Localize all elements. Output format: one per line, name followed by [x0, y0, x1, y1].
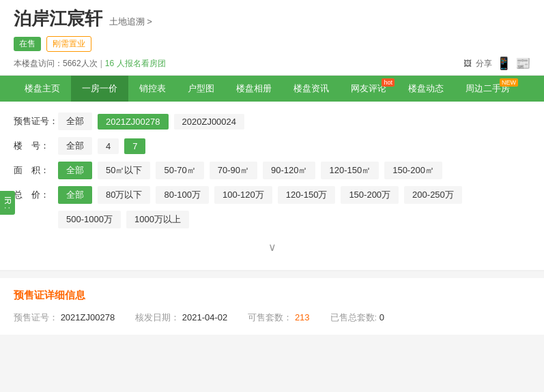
wechat-icon[interactable]: 📱: [496, 56, 511, 71]
price-extra-1[interactable]: 1000万以上: [126, 211, 189, 228]
area-option-2[interactable]: 70-90㎡: [210, 162, 257, 179]
detail-title: 预售证详细信息: [14, 289, 530, 302]
top-bar: 泊岸江宸轩 土地追溯 > 在售 刚需置业 本楼盘访问：5662人次 | 16 人…: [0, 0, 544, 76]
presale-option-0[interactable]: 2021ZJ00278: [98, 114, 169, 130]
land-link[interactable]: 土地追溯 >: [109, 16, 152, 27]
share-area: 🖼 分享 📱 📰: [463, 56, 530, 71]
detail-section: 预售证详细信息 预售证号： 2021ZJ00278 核发日期： 2021-04-…: [0, 278, 544, 335]
new-badge: NEW: [500, 78, 518, 87]
nav-dynamics[interactable]: 楼盘动态: [397, 76, 455, 102]
visit-info: 本楼盘访问：5662人次 | 16 人报名看房团 🖼 分享 📱 📰: [14, 56, 530, 71]
building-all-btn[interactable]: 全部: [58, 137, 92, 155]
property-title: 泊岸江宸轩: [14, 8, 102, 29]
price-option-5[interactable]: 200-250万: [404, 186, 462, 204]
price-extra-row: 500-1000万 1000万以上: [14, 211, 530, 228]
area-option-1[interactable]: 50-70㎡: [156, 162, 203, 179]
available-item: 可售套数： 213: [248, 312, 309, 324]
area-option-0[interactable]: 50㎡以下: [98, 162, 150, 179]
issue-date-item: 核发日期： 2021-04-02: [135, 312, 227, 324]
nav-home[interactable]: 楼盘主页: [14, 76, 71, 102]
weibo-icon[interactable]: 📰: [515, 56, 530, 71]
building-filter-row: 楼 号： 全部 4 7: [14, 137, 530, 155]
area-all-btn[interactable]: 全部: [58, 162, 92, 179]
price-option-3[interactable]: 120-150万: [278, 186, 336, 204]
badge-sale: 在售: [14, 37, 41, 51]
separator: |: [100, 59, 102, 68]
building-options: 全部 4 7: [58, 137, 145, 155]
price-extra-0[interactable]: 500-1000万: [58, 211, 121, 228]
price-all-btn[interactable]: 全部: [58, 186, 92, 204]
report-link[interactable]: 16 人报名看房团: [105, 58, 166, 70]
visit-text: 本楼盘访问：5662人次: [14, 58, 98, 70]
price-option-1[interactable]: 80-100万: [156, 186, 208, 204]
nav-second-hand[interactable]: 周边二手房 NEW: [455, 76, 521, 102]
sold-item: 已售总套数: 0: [330, 312, 384, 324]
price-filter-row: 总 价： 全部 80万以下 80-100万 100-120万 120-150万 …: [14, 186, 530, 204]
area-filter-row: 面 积： 全部 50㎡以下 50-70㎡ 70-90㎡ 90-120㎡ 120-…: [14, 162, 530, 179]
presale-label: 预售证号：: [14, 115, 58, 127]
price-option-0[interactable]: 80万以下: [98, 186, 150, 204]
issue-date-label: 核发日期：: [135, 312, 180, 322]
presale-no-label: 预售证号：: [14, 312, 58, 322]
area-label: 面 积：: [14, 164, 58, 177]
building-option-1[interactable]: 7: [124, 138, 145, 154]
available-label: 可售套数：: [248, 312, 292, 322]
area-option-5[interactable]: 150-200㎡: [384, 162, 442, 179]
sold-value: 0: [380, 312, 384, 322]
expand-arrow[interactable]: ∨: [14, 235, 530, 259]
share-button[interactable]: 分享: [476, 58, 492, 70]
presale-no-value: 2021ZJ00278: [61, 312, 115, 322]
price-extra-options: 500-1000万 1000万以上: [58, 211, 189, 228]
nav-comments[interactable]: 网友评论 hot: [340, 76, 397, 102]
nav-news[interactable]: 楼盘资讯: [283, 76, 340, 102]
badges-row: 在售 刚需置业: [14, 36, 530, 52]
area-option-3[interactable]: 90-120㎡: [263, 162, 315, 179]
filter-area: 预售证号： 全部 2021ZJ00278 2020ZJ00024 楼 号： 全部…: [0, 102, 544, 271]
area-options: 全部 50㎡以下 50-70㎡ 70-90㎡ 90-120㎡ 120-150㎡ …: [58, 162, 442, 179]
presale-filter-row: 预售证号： 全部 2021ZJ00278 2020ZJ00024: [14, 112, 530, 130]
side-badge[interactable]: IR :: [0, 191, 15, 215]
sold-label: 已售总套数:: [330, 312, 377, 322]
presale-option-1[interactable]: 2020ZJ00024: [174, 114, 245, 130]
price-options: 全部 80万以下 80-100万 100-120万 120-150万 150-2…: [58, 186, 462, 204]
presale-options: 全部 2021ZJ00278 2020ZJ00024: [58, 112, 244, 130]
nav-bar: 楼盘主页 一房一价 销控表 户型图 楼盘相册 楼盘资讯 网友评论 hot 楼盘动…: [0, 76, 544, 102]
nav-price[interactable]: 一房一价: [71, 76, 128, 102]
issue-date-value: 2021-04-02: [182, 312, 228, 322]
presale-no-item: 预售证号： 2021ZJ00278: [14, 312, 115, 324]
hot-badge: hot: [382, 78, 395, 87]
building-option-0[interactable]: 4: [98, 138, 119, 154]
price-option-4[interactable]: 150-200万: [341, 186, 399, 204]
nav-layout[interactable]: 户型图: [177, 76, 225, 102]
nav-sales[interactable]: 销控表: [128, 76, 177, 102]
title-row: 泊岸江宸轩 土地追溯 >: [14, 7, 530, 31]
area-option-4[interactable]: 120-150㎡: [321, 162, 379, 179]
nav-album[interactable]: 楼盘相册: [225, 76, 283, 102]
badge-just: 刚需置业: [46, 36, 91, 52]
detail-info: 预售证号： 2021ZJ00278 核发日期： 2021-04-02 可售套数：…: [14, 312, 530, 324]
share-icon-img: 🖼: [463, 59, 472, 68]
price-option-2[interactable]: 100-120万: [214, 186, 272, 204]
presale-all-btn[interactable]: 全部: [58, 112, 92, 130]
building-label: 楼 号：: [14, 140, 58, 152]
available-value: 213: [295, 312, 310, 322]
price-label: 总 价：: [14, 189, 58, 201]
share-label: 分享: [476, 58, 492, 70]
